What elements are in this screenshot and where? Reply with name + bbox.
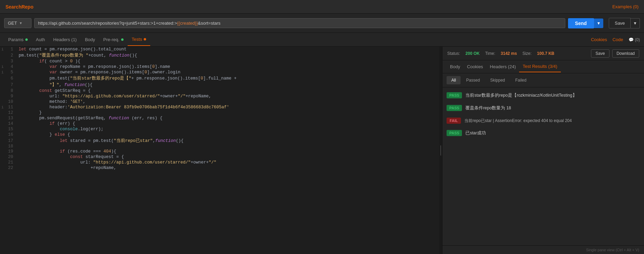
- tab-prereq[interactable]: Pre-req.: [99, 34, 128, 46]
- line-code-16: } else {: [16, 132, 439, 137]
- test-desc-2: 覆盖条件repo数量为 18: [465, 105, 511, 111]
- response-save-button[interactable]: Save: [591, 49, 609, 58]
- line-code-11: header:'Authorization:Bearer 83fb9e0706b…: [16, 105, 439, 110]
- url-template: {{created}}: [177, 21, 198, 26]
- line-code-14: if (err) {: [16, 121, 439, 126]
- right-tab-headers[interactable]: Headers (24): [487, 61, 519, 72]
- line-code-3: if( count > 0 ){: [16, 59, 439, 64]
- right-tab-body-label: Body: [450, 64, 460, 69]
- line-info-7: [0, 82, 5, 88]
- size-label: Size:: [523, 51, 532, 56]
- line-num-18: 18: [5, 144, 16, 149]
- code-row-4: i 4 var repoName = pm.response.json().it…: [0, 64, 439, 70]
- line-info-12: [0, 110, 5, 116]
- line-info-2: [0, 52, 5, 59]
- divider-handle: [440, 145, 441, 156]
- tab-body-label: Body: [85, 37, 95, 42]
- code-row-11: i 11 header:'Authorization:Bearer 83fb9e…: [0, 105, 439, 110]
- tab-auth-label: Auth: [36, 37, 45, 42]
- url-prefix: https://api.github.com/search/repositori…: [38, 21, 177, 26]
- right-tab-cookies[interactable]: Cookies: [464, 61, 487, 72]
- line-info-19: [0, 149, 5, 154]
- line-info-21: [0, 160, 5, 165]
- right-tab-body[interactable]: Body: [447, 61, 464, 72]
- line-info-13: [0, 116, 5, 121]
- line-code-20: const starRequest = {: [16, 154, 439, 160]
- line-code-5: var owner = pm.response.json().items[0].…: [16, 70, 439, 75]
- tab-headers[interactable]: Headers (1): [49, 34, 81, 46]
- status-bar: Status: 200 OK Time: 3142 ms Size: 100.7…: [442, 47, 644, 60]
- line-info-9: [0, 94, 5, 99]
- line-num-12: 12: [5, 110, 16, 116]
- send-button[interactable]: Send: [568, 18, 593, 28]
- filter-tabs: All Passed Skipped Failed: [442, 73, 644, 87]
- line-num-16: 16: [5, 132, 16, 137]
- line-num-13: 13: [5, 116, 16, 121]
- line-code-1: let count = pm.response.json().total_cou…: [16, 47, 439, 52]
- url-suffix: &sort=stars: [198, 21, 220, 26]
- filter-all-button[interactable]: All: [447, 76, 461, 84]
- tests-dot: [144, 38, 146, 40]
- test-result-4: PASS 已star成功: [447, 128, 640, 138]
- test-badge-4: PASS: [447, 130, 462, 136]
- filter-failed-button[interactable]: Failed: [511, 76, 531, 84]
- line-num-9: 9: [5, 94, 16, 99]
- code-row-18: 18: [0, 144, 439, 149]
- test-badge-1: PASS: [447, 92, 462, 98]
- code-row-8: 8 const getStarReq = {: [0, 88, 439, 94]
- test-results-list: PASS 当前star数最多的repo是【rozkminiacz/KotlinU…: [442, 87, 644, 245]
- panel-divider[interactable]: [439, 47, 442, 254]
- url-display[interactable]: https://api.github.com/search/repositori…: [34, 18, 565, 28]
- right-tab-test-results[interactable]: Test Results (3/4): [519, 61, 561, 72]
- test-desc-4: 已star成功: [465, 130, 486, 136]
- line-info-22: [0, 165, 5, 171]
- code-row-12: 12 }: [0, 110, 439, 116]
- filter-passed-button[interactable]: Passed: [461, 76, 485, 84]
- cookies-link[interactable]: Cookies: [591, 37, 607, 42]
- right-tabs: Body Cookies Headers (24) Test Results (…: [442, 60, 644, 73]
- filter-skipped-button[interactable]: Skipped: [485, 76, 510, 84]
- line-code-10: method: 'GET',: [16, 99, 439, 105]
- test-desc-3: 当前repo已star | AssertionError: expected 4…: [464, 118, 572, 124]
- line-num-11: 11: [5, 105, 16, 110]
- response-download-button[interactable]: Download: [612, 49, 639, 58]
- tab-bar: Params Auth Headers (1) Body Pre-req. Te…: [0, 33, 644, 47]
- test-badge-3: FAIL: [447, 118, 461, 124]
- tab-body[interactable]: Body: [81, 34, 99, 46]
- line-code-18: [16, 144, 439, 149]
- code-link[interactable]: Code: [613, 37, 623, 42]
- test-badge-2: PASS: [447, 105, 462, 111]
- code-row-1: i 1 let count = pm.response.json().total…: [0, 47, 439, 52]
- code-row-15: 15 console.log(err);: [0, 126, 439, 132]
- tab-auth[interactable]: Auth: [32, 34, 49, 46]
- line-num-19: 19: [5, 149, 16, 154]
- top-bar: SearchRepo Examples (0): [0, 0, 644, 14]
- main-layout: i 1 let count = pm.response.json().total…: [0, 47, 644, 254]
- line-num-22: 22: [5, 165, 16, 171]
- examples-link[interactable]: Examples (0): [612, 4, 639, 9]
- line-info-20: [0, 154, 5, 160]
- send-dropdown-button[interactable]: ▼: [594, 19, 604, 28]
- line-code-12: }: [16, 110, 439, 116]
- code-row-22: 22 +repoName,: [0, 165, 439, 171]
- save-button[interactable]: Save: [609, 18, 631, 28]
- test-result-3: FAIL 当前repo已star | AssertionError: expec…: [447, 116, 640, 126]
- line-num-7: 7: [5, 82, 16, 88]
- line-code-2: pm.test("覆盖条件repo数量为 "+count, function()…: [16, 52, 439, 59]
- line-num-4: 4: [5, 64, 16, 70]
- line-code-17: let stared = pm.test("当前repo已star",funct…: [16, 137, 439, 144]
- method-dropdown[interactable]: GET ▼: [4, 18, 31, 28]
- line-code-9: url: "https://api.github.com/user/starre…: [16, 94, 439, 99]
- status-right-actions: Save Download: [591, 49, 639, 58]
- save-dropdown-button[interactable]: ▼: [631, 18, 640, 28]
- comment-icon[interactable]: 💬 (0): [629, 37, 640, 42]
- line-num-21: 21: [5, 160, 16, 165]
- line-info-1: i: [0, 47, 5, 52]
- code-editor[interactable]: i 1 let count = pm.response.json().total…: [0, 47, 439, 254]
- code-row-5: i 5 var owner = pm.response.json().items…: [0, 70, 439, 75]
- line-code-21: url: "https://api.github.com/user/starre…: [16, 160, 439, 165]
- tab-tests[interactable]: Tests: [128, 33, 150, 46]
- tab-params[interactable]: Params: [4, 34, 32, 46]
- line-num-14: 14: [5, 121, 16, 126]
- line-num-20: 20: [5, 154, 16, 160]
